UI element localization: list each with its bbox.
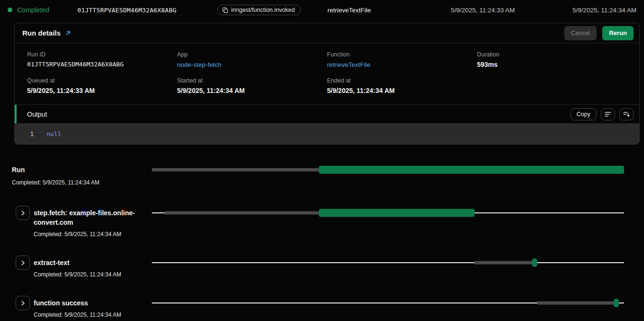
panel-title: Run details (22, 29, 61, 37)
field-ended-at: Ended at 5/9/2025, 11:24:34 AM (327, 77, 477, 94)
timeline-run-row: Run Completed: 5/9/2025, 11:24:34 AM (12, 165, 624, 186)
timeline-step-completed: Completed: 5/9/2025, 11:24:34 AM (34, 311, 152, 319)
timeline-segment-queue (475, 261, 532, 265)
field-label: Duration (477, 51, 627, 58)
timeline-run-track (152, 165, 624, 174)
rerun-button[interactable]: Rerun (602, 26, 634, 40)
timeline-segment-line (619, 303, 624, 303)
status-cell: Completed (8, 6, 77, 14)
app-link[interactable]: node-step-fetch (177, 61, 222, 68)
timeline-segment-line (537, 262, 624, 263)
timeline-segment-dot[interactable] (532, 258, 537, 267)
timeline-step-completed: Completed: 5/9/2025, 11:24:34 AM (34, 230, 152, 238)
timeline-step-track (152, 258, 624, 267)
copy-event-icon (222, 7, 228, 13)
field-started-at: Started at 5/9/2025, 11:24:34 AM (177, 77, 327, 94)
function-name-cell: retrieveTextFile (327, 7, 451, 14)
timeline-segment-line (152, 262, 475, 263)
timeline-run-completed: Completed: 5/9/2025, 11:24:34 AM (12, 179, 152, 186)
output-code-editor[interactable]: 1 null (15, 123, 639, 144)
field-label: Started at (177, 77, 327, 84)
status-label: Completed (17, 6, 49, 14)
line-number: 1 (15, 130, 34, 138)
timeline-segment-line (152, 212, 165, 213)
timeline-segment-queue (537, 302, 614, 305)
field-label: Function (327, 51, 477, 58)
output-title: Output (27, 110, 47, 118)
timeline-step-completed: Completed: 5/9/2025, 11:24:34 AM (34, 271, 152, 278)
chevron-right-icon (21, 211, 25, 216)
chevron-right-icon (21, 260, 25, 266)
chevron-right-icon (21, 301, 25, 306)
run-metadata-grid: Run ID 01JTT5RPVAESDM46M32A6X8ABG App no… (15, 43, 639, 104)
timeline-step-row: extract-text Completed: 5/9/2025, 11:24:… (12, 256, 624, 278)
timeline-segment-bar[interactable] (319, 209, 474, 217)
timeline-step-track (152, 209, 624, 217)
field-label: Queued at (27, 77, 177, 84)
field-value: 5/9/2025, 11:24:34 AM (177, 87, 327, 94)
field-app: App node-step-fetch (177, 51, 327, 68)
panel-header: Run details Cancel Rerun (15, 23, 639, 43)
field-run-id: Run ID 01JTT5RPVAESDM46M32A6X8ABG (27, 51, 177, 68)
timeline-segment-line (152, 303, 537, 303)
field-value: 5/9/2025, 11:24:34 AM (327, 87, 477, 94)
field-label: Ended at (327, 77, 477, 84)
timeline-segment-queue (152, 168, 319, 172)
field-value: 01JTT5RPVAESDM46M32A6X8ABG (27, 61, 177, 68)
started-time-cell: 5/9/2025, 11:24:34 AM (565, 7, 636, 14)
function-link[interactable]: retrieveTextFile (327, 61, 371, 68)
cancel-button[interactable]: Cancel (564, 26, 597, 40)
field-duration: Duration 593ms (477, 51, 627, 68)
timeline-segment-queue (165, 211, 319, 215)
timeline-step-label: step.fetch: example-files.online-convert… (34, 208, 152, 227)
timeline-step-label: function success (34, 298, 152, 308)
run-summary-row: Completed 01JTT5RPVAESDM46M32A6X8ABG inn… (0, 0, 644, 20)
run-id-cell: 01JTT5RPVAESDM46M32A6X8ABG (77, 7, 217, 14)
expand-output-button[interactable] (619, 108, 634, 120)
copy-output-button[interactable]: Copy (570, 108, 597, 120)
timeline-segment-line (475, 212, 624, 213)
output-status-accent (15, 105, 17, 123)
field-function: Function retrieveTextFile (327, 51, 477, 68)
timeline-step-row: function success Completed: 5/9/2025, 11… (12, 296, 624, 319)
run-details-panel: Run details Cancel Rerun Run ID 01JTT5RP… (14, 23, 640, 145)
expand-step-button[interactable] (16, 296, 30, 310)
timeline-segment-bar[interactable] (319, 166, 624, 174)
field-label: Run ID (27, 51, 177, 58)
external-link-icon[interactable] (65, 30, 71, 36)
timeline-step-label: extract-text (34, 258, 152, 267)
field-label: App (177, 51, 327, 58)
expand-step-button[interactable] (16, 206, 30, 220)
event-badge-label: inngest/function.invoked (231, 7, 295, 13)
status-dot-icon (8, 8, 12, 12)
event-badge[interactable]: inngest/function.invoked (217, 5, 301, 15)
run-timeline: Run Completed: 5/9/2025, 11:24:34 AM ste… (0, 165, 644, 319)
output-code-value: null (47, 130, 61, 138)
timeline-step-row: step.fetch: example-files.online-convert… (12, 206, 624, 238)
output-header: Output Copy (15, 104, 639, 123)
field-value: 5/9/2025, 11:24:33 AM (27, 87, 177, 94)
timeline-step-track (152, 299, 624, 307)
queued-time-cell: 5/9/2025, 11:24:33 AM (451, 7, 565, 14)
expand-step-button[interactable] (16, 256, 30, 270)
wrap-text-button[interactable] (601, 108, 615, 120)
timeline-segment-dot[interactable] (614, 299, 619, 307)
timeline-run-label: Run (12, 165, 152, 174)
field-value: 593ms (477, 61, 627, 68)
field-queued-at: Queued at 5/9/2025, 11:24:33 AM (27, 77, 177, 94)
